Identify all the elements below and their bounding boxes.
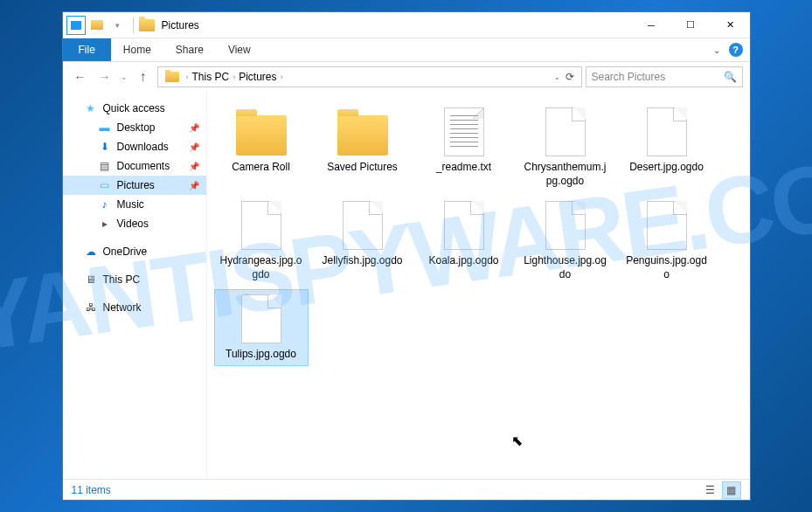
back-button[interactable]: ← — [70, 66, 91, 87]
desktop-icon: ▬ — [98, 121, 112, 135]
chevron-right-icon[interactable]: › — [186, 73, 189, 81]
file-item[interactable]: Saved Pictures — [316, 102, 410, 192]
file-item[interactable]: Lighthouse.jpg.ogdo — [518, 196, 613, 286]
file-item[interactable]: Penguins.jpg.ogdo — [620, 196, 714, 286]
up-button[interactable]: ↑ — [133, 66, 154, 87]
search-input[interactable]: Search Pictures 🔍 — [586, 66, 743, 87]
chevron-right-icon[interactable]: › — [281, 73, 283, 81]
navigation-pane: ★Quick access ▬Desktop📌 ⬇Downloads📌 ▤Doc… — [63, 92, 207, 479]
sidebar-thispc[interactable]: 🖥This PC — [63, 270, 206, 289]
close-button[interactable]: ✕ — [711, 12, 750, 38]
qat-dropdown-icon[interactable]: ▾ — [108, 16, 128, 35]
file-label: Koala.jpg.ogdo — [428, 254, 498, 268]
music-icon: ♪ — [98, 197, 112, 211]
qat: ▾ — [66, 16, 128, 35]
ribbon: File Home Share View ⌄ ? — [63, 38, 750, 62]
file-menu[interactable]: File — [63, 38, 111, 61]
window-controls: ─ ☐ ✕ — [632, 12, 750, 38]
file-label: Hydrangeas.jpg.ogdo — [219, 254, 304, 281]
file-item[interactable]: Camera Roll — [214, 102, 309, 192]
file-label: Penguins.jpg.ogdo — [624, 254, 710, 281]
body: ★Quick access ▬Desktop📌 ⬇Downloads📌 ▤Doc… — [63, 92, 750, 479]
file-item[interactable]: Hydrangeas.jpg.ogdo — [214, 196, 309, 286]
details-view-button[interactable]: ☰ — [701, 481, 720, 499]
sidebar-documents[interactable]: ▤Documents📌 — [63, 156, 206, 176]
status-count: 11 items — [72, 484, 701, 496]
tab-share[interactable]: Share — [163, 38, 216, 61]
chevron-right-icon[interactable]: › — [232, 73, 235, 81]
sidebar-downloads[interactable]: ⬇Downloads📌 — [63, 137, 206, 156]
titlebar: ▾ Pictures ─ ☐ ✕ — [63, 12, 750, 38]
forward-button[interactable]: → — [94, 66, 115, 87]
status-bar: 11 items ☰ ▦ — [63, 479, 750, 500]
onedrive-icon: ☁ — [84, 245, 98, 259]
large-icons-view-button[interactable]: ▦ — [722, 481, 741, 499]
file-label: Jellyfish.jpg.ogdo — [322, 254, 402, 268]
pin-icon: 📌 — [189, 181, 199, 190]
navigation-bar: ← → ⌄ ↑ › This PC › Pictures › ⌄ ⟳ Searc… — [63, 62, 750, 92]
sidebar-videos[interactable]: ▸Videos — [63, 214, 206, 233]
file-item[interactable]: Chrysanthemum.jpg.ogdo — [518, 102, 613, 192]
refresh-icon[interactable]: ⟳ — [566, 71, 574, 83]
download-icon: ⬇ — [98, 140, 112, 154]
file-label: Saved Pictures — [327, 161, 398, 175]
sidebar-onedrive[interactable]: ☁OneDrive — [63, 242, 206, 261]
breadcrumb-folder-icon — [165, 72, 179, 82]
file-label: Desert.jpg.ogdo — [629, 161, 704, 175]
document-icon: ▤ — [98, 159, 112, 173]
file-label: Lighthouse.jpg.ogdo — [523, 254, 608, 281]
sidebar-quick-access[interactable]: ★Quick access — [63, 99, 206, 118]
star-icon: ★ — [84, 101, 98, 115]
breadcrumb-thispc[interactable]: This PC — [192, 71, 230, 83]
recent-dropdown[interactable]: ⌄ — [119, 66, 129, 87]
textfile-icon — [434, 107, 495, 157]
file-item[interactable]: Koala.jpg.ogdo — [417, 196, 511, 286]
breadcrumb-dropdown-icon[interactable]: ⌄ — [554, 73, 560, 81]
qat-properties-icon[interactable] — [66, 16, 86, 35]
pin-icon: 📌 — [189, 123, 199, 133]
pictures-icon: ▭ — [98, 178, 112, 192]
search-icon: 🔍 — [724, 71, 737, 83]
items-view[interactable]: Camera RollSaved Pictures_readme.txtChry… — [207, 92, 750, 479]
maximize-button[interactable]: ☐ — [671, 12, 711, 38]
folder-icon — [231, 107, 292, 157]
file-icon — [332, 200, 393, 251]
tab-view[interactable]: View — [216, 38, 263, 61]
window-title: Pictures — [162, 19, 632, 31]
sidebar-pictures[interactable]: ▭Pictures📌 — [63, 176, 206, 195]
breadcrumb-pictures[interactable]: Pictures — [239, 71, 276, 83]
file-icon — [535, 200, 596, 251]
file-label: Tulips.jpg.ogdo — [226, 348, 296, 362]
network-icon: 🖧 — [84, 301, 98, 315]
file-icon — [636, 107, 697, 157]
search-placeholder: Search Pictures — [592, 71, 724, 83]
pin-icon: 📌 — [189, 142, 199, 152]
help-icon[interactable]: ? — [729, 43, 743, 57]
file-icon — [535, 107, 596, 157]
file-item[interactable]: Desert.jpg.ogdo — [620, 102, 714, 192]
folder-icon — [332, 107, 393, 157]
file-item[interactable]: Jellyfish.jpg.ogdo — [316, 196, 410, 286]
breadcrumb[interactable]: › This PC › Pictures › ⌄ ⟳ — [157, 66, 582, 87]
ribbon-expand-icon[interactable]: ⌄ — [713, 45, 720, 55]
file-icon — [231, 294, 292, 344]
file-icon — [636, 200, 697, 251]
file-icon — [231, 200, 292, 251]
pc-icon: 🖥 — [84, 273, 98, 287]
qat-newfolder-icon[interactable] — [87, 16, 107, 35]
pin-icon: 📌 — [189, 162, 199, 171]
file-item[interactable]: _readme.txt — [417, 102, 511, 192]
explorer-window: ▾ Pictures ─ ☐ ✕ File Home Share View ⌄ … — [62, 11, 751, 501]
divider — [133, 17, 134, 33]
sidebar-music[interactable]: ♪Music — [63, 195, 206, 214]
sidebar-network[interactable]: 🖧Network — [63, 298, 206, 317]
minimize-button[interactable]: ─ — [632, 12, 671, 38]
file-icon — [434, 200, 495, 251]
file-item[interactable]: Tulips.jpg.ogdo — [214, 289, 309, 366]
video-icon: ▸ — [98, 217, 112, 231]
folder-icon — [139, 19, 155, 31]
tab-home[interactable]: Home — [111, 38, 163, 61]
file-label: Chrysanthemum.jpg.ogdo — [523, 161, 608, 188]
sidebar-desktop[interactable]: ▬Desktop📌 — [63, 118, 206, 137]
file-label: _readme.txt — [436, 161, 491, 175]
